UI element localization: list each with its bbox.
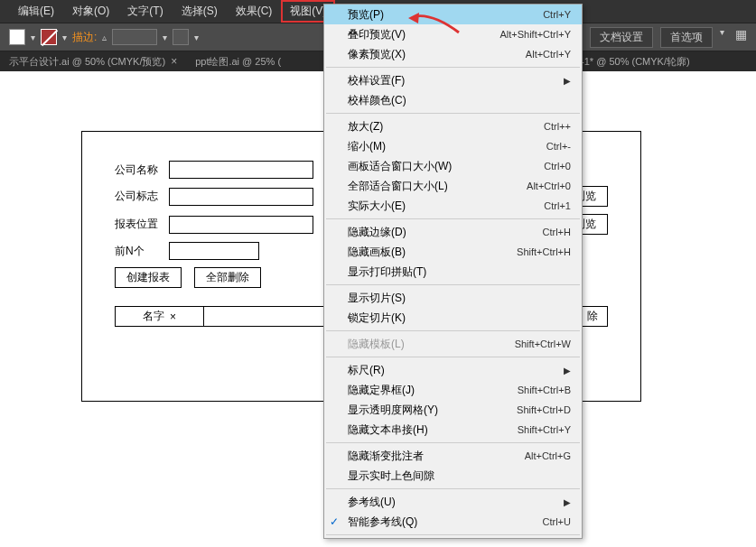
chevron-down-icon[interactable]: ▾ bbox=[194, 32, 199, 42]
menu-item-label: 全部适合窗口大小(L) bbox=[348, 179, 527, 194]
stroke-label: 描边: bbox=[72, 30, 97, 45]
company-name-field[interactable] bbox=[169, 161, 313, 179]
document-tab[interactable]: 示平台设计.ai @ 50% (CMYK/预览) × bbox=[0, 52, 186, 71]
menu-shortcut: Shift+Ctrl+H bbox=[517, 246, 571, 257]
menu-item[interactable]: 锁定切片(K) bbox=[324, 308, 582, 328]
stroke-style-dropdown[interactable] bbox=[173, 29, 189, 45]
create-report-button[interactable]: 创建报表 bbox=[115, 267, 182, 288]
menu-item-label: 锁定切片(K) bbox=[348, 311, 571, 326]
menu-separator bbox=[326, 67, 580, 68]
menu-对象[interactable]: 对象(O) bbox=[63, 0, 118, 23]
menu-item-label: 智能参考线(Q) bbox=[348, 515, 543, 530]
menu-shortcut: Alt+Ctrl+Y bbox=[526, 49, 571, 60]
submenu-arrow-icon: ▶ bbox=[564, 76, 571, 86]
menu-item[interactable]: 放大(Z)Ctrl++ bbox=[324, 116, 582, 136]
more-icon[interactable]: ▦ bbox=[735, 27, 747, 48]
menu-item[interactable]: 显示透明度网格(Y)Shift+Ctrl+D bbox=[324, 400, 582, 420]
menu-item-label: 显示打印拼贴(T) bbox=[348, 264, 571, 280]
menu-item[interactable]: 隐藏文本串接(H)Shift+Ctrl+Y bbox=[324, 420, 582, 440]
preferences-button[interactable]: 首选项 bbox=[660, 27, 713, 48]
menu-item-label: 参考线(U) bbox=[348, 495, 564, 510]
menu-item[interactable]: 校样设置(F)▶ bbox=[324, 70, 582, 90]
company-name-label: 公司名称 bbox=[115, 162, 169, 178]
menu-item[interactable]: 校样颜色(C) bbox=[324, 90, 582, 110]
close-icon: × bbox=[170, 311, 176, 323]
menu-shortcut: Ctrl+- bbox=[546, 141, 571, 152]
company-logo-label: 公司标志 bbox=[115, 189, 169, 204]
menu-item-label: 像素预览(X) bbox=[348, 47, 526, 62]
menu-shortcut: Ctrl+0 bbox=[544, 161, 571, 172]
menu-separator bbox=[326, 330, 580, 331]
no-fill-swatch[interactable] bbox=[41, 29, 57, 45]
menu-item[interactable]: 显示打印拼贴(T) bbox=[324, 262, 582, 282]
menu-separator bbox=[326, 284, 580, 285]
submenu-arrow-icon: ▶ bbox=[564, 366, 571, 375]
menu-item[interactable]: 隐藏渐变批注者Alt+Ctrl+G bbox=[324, 446, 582, 466]
menu-item-label: 隐藏画板(B) bbox=[348, 245, 517, 260]
menu-item-label: 显示切片(S) bbox=[348, 291, 571, 306]
menu-item[interactable]: 隐藏边缘(D)Ctrl+H bbox=[324, 222, 582, 242]
chevron-down-icon[interactable]: ▾ bbox=[163, 32, 167, 42]
menu-item-label: 放大(Z) bbox=[348, 119, 544, 134]
grid-col-name[interactable]: 名字 × bbox=[116, 307, 204, 326]
menu-item[interactable]: 显示实时上色间隙 bbox=[324, 466, 582, 486]
menu-选择[interactable]: 选择(S) bbox=[173, 0, 227, 23]
menu-shortcut: Ctrl+H bbox=[543, 227, 571, 237]
menu-item[interactable]: ✓智能参考线(Q)Ctrl+U bbox=[324, 512, 582, 532]
menu-item-label: 画板适合窗口大小(W) bbox=[348, 159, 544, 174]
stroke-weight-dropdown[interactable] bbox=[112, 29, 157, 45]
menu-separator bbox=[326, 488, 580, 489]
chevron-down-icon[interactable]: ▾ bbox=[31, 32, 35, 42]
menu-separator bbox=[326, 357, 580, 357]
document-tab[interactable]: ppt绘图.ai @ 25% ( bbox=[186, 52, 290, 71]
stroke-stepper[interactable]: ▵ bbox=[102, 32, 107, 42]
menu-item-label: 隐藏文本串接(H) bbox=[348, 422, 518, 438]
close-icon[interactable]: × bbox=[171, 55, 177, 68]
check-icon: ✓ bbox=[330, 515, 339, 528]
top-n-field[interactable] bbox=[169, 242, 259, 260]
tab-label: 示平台设计.ai @ 50% (CMYK/预览) bbox=[9, 55, 165, 69]
menu-item-label: 标尺(R) bbox=[348, 363, 564, 378]
chevron-down-icon[interactable]: ▾ bbox=[62, 32, 67, 42]
menu-item[interactable]: 隐藏定界框(J)Shift+Ctrl+B bbox=[324, 380, 582, 400]
menu-item[interactable]: 预览(P)Ctrl+Y bbox=[324, 5, 582, 24]
menu-separator bbox=[326, 442, 580, 443]
menu-item[interactable]: 全部适合窗口大小(L)Alt+Ctrl+0 bbox=[324, 176, 582, 196]
menu-item[interactable]: 画板适合窗口大小(W)Ctrl+0 bbox=[324, 156, 582, 176]
menu-shortcut: Shift+Ctrl+Y bbox=[518, 424, 571, 435]
menu-item-label: 预览(P) bbox=[348, 7, 543, 23]
report-location-field[interactable] bbox=[169, 216, 313, 234]
menu-item-label: 隐藏渐变批注者 bbox=[348, 449, 525, 464]
document-settings-button[interactable]: 文档设置 bbox=[590, 27, 653, 48]
menu-shortcut: Ctrl+1 bbox=[544, 200, 571, 211]
menu-item[interactable]: 标尺(R)▶ bbox=[324, 360, 582, 380]
menu-shortcut: Shift+Ctrl+D bbox=[517, 404, 571, 415]
fill-swatch[interactable] bbox=[9, 29, 25, 45]
view-menu-dropdown: 预览(P)Ctrl+Y叠印预览(V)Alt+Shift+Ctrl+Y像素预览(X… bbox=[323, 4, 583, 539]
submenu-arrow-icon: ▶ bbox=[564, 497, 571, 507]
menu-item[interactable]: 显示切片(S) bbox=[324, 288, 582, 308]
chevron-down-icon[interactable]: ▾ bbox=[720, 27, 724, 48]
menu-shortcut: Shift+Ctrl+W bbox=[515, 338, 571, 349]
menu-shortcut: Alt+Ctrl+G bbox=[525, 450, 571, 461]
menu-item[interactable]: 参考线(U)▶ bbox=[324, 492, 582, 512]
menu-文字[interactable]: 文字(T) bbox=[118, 0, 172, 23]
top-n-label: 前N个 bbox=[115, 244, 169, 259]
menu-编辑[interactable]: 编辑(E) bbox=[9, 0, 63, 23]
menu-separator bbox=[326, 534, 580, 535]
menu-item-label: 隐藏模板(L) bbox=[348, 337, 515, 352]
menu-shortcut: Shift+Ctrl+B bbox=[518, 385, 571, 395]
menu-item-label: 实际大小(E) bbox=[348, 199, 544, 214]
menu-item-label: 隐藏边缘(D) bbox=[348, 225, 543, 240]
menu-item-label: 校样设置(F) bbox=[348, 73, 564, 88]
menu-item[interactable]: 叠印预览(V)Alt+Shift+Ctrl+Y bbox=[324, 24, 582, 44]
menu-item[interactable]: 缩小(M)Ctrl+- bbox=[324, 136, 582, 156]
menu-item[interactable]: 实际大小(E)Ctrl+1 bbox=[324, 196, 582, 216]
company-logo-field[interactable] bbox=[169, 188, 313, 206]
menu-效果[interactable]: 效果(C) bbox=[227, 0, 282, 23]
menu-item: 隐藏模板(L)Shift+Ctrl+W bbox=[324, 334, 582, 354]
menu-item[interactable]: 隐藏画板(B)Shift+Ctrl+H bbox=[324, 242, 582, 262]
menu-item-label: 叠印预览(V) bbox=[348, 27, 499, 42]
delete-all-button[interactable]: 全部删除 bbox=[194, 267, 261, 288]
menu-item[interactable]: 像素预览(X)Alt+Ctrl+Y bbox=[324, 44, 582, 64]
